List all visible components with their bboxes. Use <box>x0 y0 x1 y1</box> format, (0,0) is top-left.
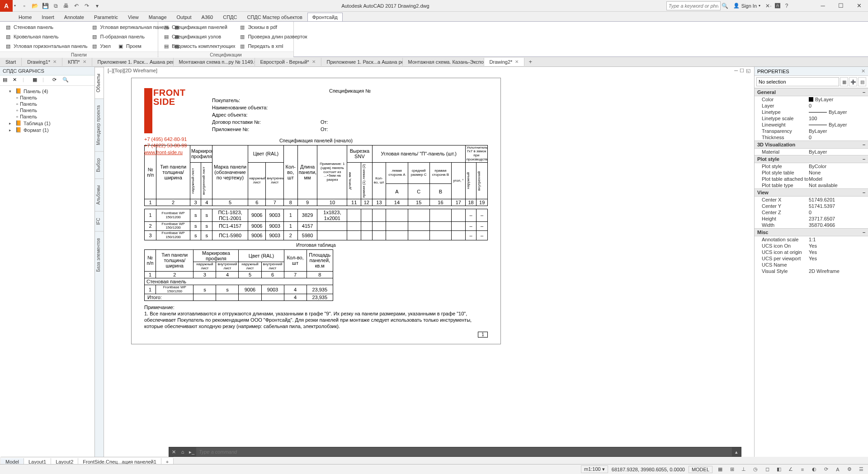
view-label[interactable]: [–][Top][2D Wireframe] <box>108 68 157 73</box>
status-more-icon[interactable]: ☰ <box>857 466 865 472</box>
tab-close-icon[interactable]: ✕ <box>312 59 316 64</box>
scale-dropdown[interactable]: m1:100 ▾ <box>581 465 608 473</box>
drawing-sheet[interactable]: FRONT SIDE +7 (495) 642-80-91 +7 (4922) … <box>131 78 501 344</box>
property-row[interactable]: UCS icon at originYes <box>755 249 868 255</box>
document-tab[interactable]: Start <box>0 58 22 66</box>
menu-tab[interactable]: Parametric <box>89 13 123 21</box>
polar-icon[interactable]: ◷ <box>751 466 760 472</box>
model-space-button[interactable]: MODEL <box>689 466 712 473</box>
qat-dropdown-icon[interactable]: ▾ <box>93 1 102 10</box>
property-category[interactable]: Misc– <box>755 228 868 236</box>
help-search-input[interactable] <box>666 1 721 10</box>
property-row[interactable]: UCS icon OnYes <box>755 243 868 249</box>
cmd-expand-icon[interactable]: ▴ <box>732 449 741 455</box>
ribbon-button[interactable]: ▧Кровельная панель <box>5 32 87 41</box>
ribbon-button[interactable]: ▥Эскизы в pdf <box>239 23 307 32</box>
ribbon-button[interactable]: ▤Спецификация панелей <box>163 23 235 32</box>
search-icon[interactable]: 🔍 <box>721 1 730 10</box>
menu-tab[interactable]: СПДС Мастер объектов <box>242 13 307 21</box>
property-row[interactable]: MaterialByLayer <box>755 149 868 155</box>
close-icon[interactable]: ✕ <box>13 77 20 84</box>
exchange-icon[interactable]: ✕· <box>764 1 773 10</box>
vertical-tab[interactable]: Объекты <box>95 67 104 99</box>
toggle-pick-icon[interactable]: ▤ <box>858 77 866 86</box>
property-row[interactable]: Center Y51741.5397 <box>755 203 868 209</box>
vertical-tab[interactable]: Выбор <box>95 151 104 178</box>
tab-close-icon[interactable]: ✕ <box>515 59 519 64</box>
ribbon-button[interactable]: ▧Стеновая панель <box>5 23 87 32</box>
vertical-tab[interactable]: Альбомы <box>95 178 104 211</box>
property-row[interactable]: UCS per viewportYes <box>755 255 868 262</box>
refresh-icon[interactable]: ⟳ <box>52 77 60 84</box>
property-row[interactable]: Linetype scale100 <box>755 115 868 122</box>
print-icon[interactable]: 🖶 <box>61 1 71 10</box>
property-row[interactable]: Plot table typeNot available <box>755 182 868 188</box>
workspace-icon[interactable]: ⚙ <box>845 466 854 472</box>
cmd-wrench-icon[interactable]: ⌂ <box>178 449 187 455</box>
saveas-icon[interactable]: ⧉ <box>51 1 60 10</box>
command-input[interactable] <box>196 447 732 456</box>
tool-icon[interactable]: ▦ <box>33 77 40 84</box>
app-menu-dropdown[interactable]: ▾ <box>13 4 17 8</box>
tree-node[interactable]: ▸📙Формат (1) <box>3 127 92 133</box>
grid-icon[interactable]: ▦ <box>716 466 724 472</box>
property-row[interactable]: Center Z0 <box>755 209 868 216</box>
open-icon[interactable]: 📂 <box>30 1 39 10</box>
tree-node[interactable]: ▫Панель <box>3 107 92 113</box>
snap-icon[interactable]: ⊞ <box>728 466 736 472</box>
document-tab[interactable]: Еврострой - Верный*✕ <box>255 58 321 66</box>
property-row[interactable]: Plot styleByColor <box>755 163 868 169</box>
property-category[interactable]: View– <box>755 188 868 197</box>
property-row[interactable]: TransparencyByLayer <box>755 128 868 134</box>
otrack-icon[interactable]: ∠ <box>787 466 795 472</box>
property-row[interactable]: Thickness0 <box>755 134 868 141</box>
app-menu-button[interactable]: A <box>0 0 13 12</box>
vertical-tab[interactable]: IFC <box>95 211 104 231</box>
document-tab[interactable]: Drawing2*✕ <box>484 58 525 66</box>
redo-icon[interactable]: ↷ <box>82 1 91 10</box>
command-line[interactable]: ✕ ⌂ ▸_ ▴ <box>169 447 741 457</box>
ortho-icon[interactable]: ⊥ <box>740 466 748 472</box>
cycling-icon[interactable]: ⟳ <box>822 466 830 472</box>
cmd-close-icon[interactable]: ✕ <box>169 449 178 455</box>
ribbon-button[interactable]: ▧П-образная панель <box>91 32 169 41</box>
undo-icon[interactable]: ↶ <box>72 1 81 10</box>
property-category[interactable]: Plot style– <box>755 155 868 163</box>
tab-close-icon[interactable]: ✕ <box>53 59 57 64</box>
3dosnap-icon[interactable]: ◧ <box>775 466 783 472</box>
document-tab[interactable]: КПП*✕ <box>62 58 92 66</box>
osnap-icon[interactable]: ◻ <box>763 466 771 472</box>
property-row[interactable]: Annotation scale1:1 <box>755 236 868 243</box>
menu-tab[interactable]: Output <box>172 13 197 21</box>
tree-node[interactable]: ▫Панель <box>3 113 92 120</box>
property-category[interactable]: General– <box>755 88 868 96</box>
property-row[interactable]: Visual Style2D Wireframe <box>755 268 868 274</box>
menu-tab[interactable]: View <box>123 13 144 21</box>
menu-tab[interactable]: A360 <box>197 13 218 21</box>
zoom-icon[interactable]: 🔍 <box>62 77 70 84</box>
property-row[interactable]: Center X51749.6201 <box>755 197 868 203</box>
add-tab-button[interactable]: + <box>524 58 536 65</box>
tree-node[interactable]: ▸📙Таблица (1) <box>3 120 92 127</box>
ribbon-button[interactable]: ▧Узел ▣Проем <box>91 42 169 51</box>
menu-tab[interactable]: Manage <box>144 13 172 21</box>
document-tab[interactable]: Монтажная схема п...ру № 1149.06-17-П*✕ <box>174 58 255 66</box>
tree-node[interactable]: ▫Панель <box>3 94 92 101</box>
tree-node[interactable]: ▫Панель <box>3 101 92 107</box>
signin-button[interactable]: 👤 Sign In ▾ <box>730 3 764 9</box>
property-row[interactable]: Height23717.6507 <box>755 216 868 222</box>
property-row[interactable]: UCS Name <box>755 262 868 268</box>
quick-select-icon[interactable]: ▦ <box>840 77 848 86</box>
document-tab[interactable]: Drawing1*✕ <box>22 58 62 66</box>
save-icon[interactable]: 💾 <box>41 1 50 10</box>
property-row[interactable]: Linetype ByLayer <box>755 109 868 115</box>
property-row[interactable]: Lineweight ByLayer <box>755 122 868 128</box>
property-row[interactable]: Plot table attached toModel <box>755 176 868 182</box>
a360-icon[interactable]: 🅰 <box>773 1 782 10</box>
vertical-tab[interactable]: База элементов <box>95 231 104 278</box>
menu-tab[interactable]: Annotate <box>59 13 89 21</box>
tree-node[interactable]: ▾📙Панель (4) <box>3 88 92 94</box>
property-category[interactable]: 3D Visualization– <box>755 141 868 149</box>
select-objects-icon[interactable]: ➕ <box>849 77 857 86</box>
document-tab[interactable]: Приложение 1. Раск... Ашана ревизия 70*✕ <box>92 58 174 66</box>
